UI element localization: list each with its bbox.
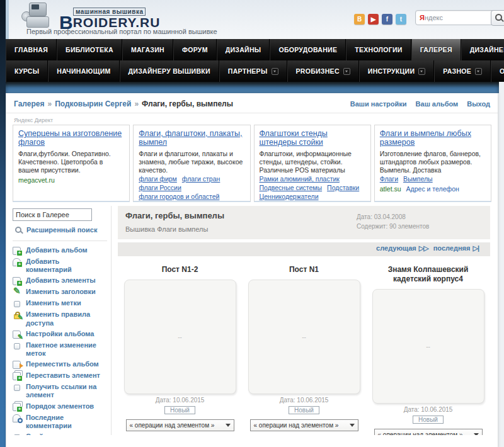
ad-domain[interactable]: megacvet.ru: [18, 176, 55, 184]
nav-item-instructions[interactable]: ИНСТРУКЦИИ: [359, 60, 434, 82]
breadcrumb-author-link[interactable]: Подковырин Сергей: [55, 99, 131, 108]
item-thumbnail[interactable]: [124, 280, 236, 394]
new-badge: Новый: [164, 406, 195, 414]
ad-sublink[interactable]: Рамки алюминий, пластик: [260, 175, 340, 183]
nav-item-equipment[interactable]: ОБОРУДОВАНИЕ: [270, 39, 346, 60]
logo[interactable]: машинная вышивка BROIDERY.RU: [18, 1, 160, 30]
sidebar-action-get-item-links[interactable]: Получить ссылки на элемент: [13, 383, 107, 399]
next-page-icon[interactable]: ▷▷: [419, 244, 428, 252]
last-page-icon[interactable]: ▷|: [472, 244, 479, 252]
dropdown-indicator-icon: [272, 68, 278, 75]
item-title[interactable]: Знамя Колпашевский кадетский корпус4: [378, 265, 479, 284]
sidebar-action-edit-access-rules[interactable]: Изменить правила доступа: [13, 310, 107, 327]
nav-item-embroidery-designer[interactable]: ДИЗАЙНЕРУ ВЫШИВКИ: [120, 60, 219, 82]
site-header: машинная вышивка BROIDERY.RU Первый проф…: [9, 0, 504, 39]
ad-block-3: Флагштоки стенды штендеры стойки Флагшто…: [254, 125, 371, 202]
pagination-next-link[interactable]: следующая: [376, 244, 416, 252]
your-settings-link[interactable]: Ваши настройки: [350, 100, 407, 108]
item-operations-select[interactable]: « операции над элементом »: [250, 419, 358, 431]
slideshow-icon: [13, 433, 23, 435]
nav-item-about[interactable]: О НАС: [491, 60, 504, 82]
sidebar-action-add-comment[interactable]: Добавить комментарий: [13, 257, 107, 274]
breadcrumb-gallery-link[interactable]: Галерея: [14, 99, 44, 108]
nav-item-courses[interactable]: КУРСЫ: [6, 60, 48, 82]
sidebar-action-recent-comments[interactable]: Последние комментарии: [13, 414, 107, 430]
gallery-item: Пост N1 Дата: 10.06.2015 Новый « операци…: [242, 265, 366, 435]
blogger-icon[interactable]: B: [354, 14, 365, 25]
ad-domain[interactable]: atlet.su: [380, 185, 401, 193]
main-nav: ГЛАВНАЯ БИБЛИОТЕКА МАГАЗИН ФОРУМ ДИЗАЙНЫ…: [6, 39, 499, 82]
nav-item-forum[interactable]: ФОРУМ: [173, 39, 217, 60]
ad-block-2: Флаги, флагштоки, плакаты, вымпел Флаги …: [133, 125, 250, 202]
nav-item-beginners[interactable]: НАЧИНАЮЩИМ: [48, 60, 119, 82]
album-count: Содержит: 90 элементов: [357, 222, 483, 231]
sidebar-action-move-album[interactable]: Переместить альбом: [13, 360, 107, 369]
sidebar-action-rearrange-item[interactable]: Переставить элемент: [13, 371, 107, 380]
sidebar-action-album-settings[interactable]: Настройки альбома: [13, 330, 107, 339]
nav-item-partners[interactable]: ПАРТНЕРЫ: [219, 60, 287, 82]
edit-titles-icon: [13, 288, 23, 297]
nav-row-2: КУРСЫ НАЧИНАЮЩИМ ДИЗАЙНЕРУ ВЫШИВКИ ПАРТН…: [6, 60, 499, 82]
search-button[interactable]: [491, 10, 504, 26]
page: машинная вышивка BROIDERY.RU Первый проф…: [0, 0, 504, 447]
ad-sublink[interactable]: флаги России: [139, 184, 181, 191]
ad-sublink[interactable]: флаги стран: [182, 175, 220, 183]
ad-sublink[interactable]: Вымпелы: [403, 175, 433, 183]
nav-item-library[interactable]: БИБЛИОТЕКА: [57, 39, 122, 60]
breadcrumb-current: Флаги, гербы, вымпелы: [142, 99, 233, 108]
sidebar-action-add-items[interactable]: Добавить элементы: [13, 276, 107, 285]
item-thumbnail[interactable]: [372, 289, 484, 404]
ad-sublink[interactable]: Подставки: [327, 184, 359, 191]
ad-body: Флагштоки, информационные стенды, штенде…: [260, 150, 365, 174]
item-title[interactable]: Пост N1-2: [130, 265, 231, 274]
breadcrumb-bar: Галерея»Подковырин Сергей»Флаги, гербы, …: [6, 94, 498, 113]
ad-sublink[interactable]: Подвесные системы: [260, 184, 323, 191]
youtube-icon[interactable]: ▶: [368, 14, 379, 25]
ad-sublink[interactable]: флаги фирм: [139, 175, 177, 183]
ad-sublink[interactable]: Ценникодержатели: [260, 193, 319, 200]
sidebar-action-slideshow[interactable]: Слайд-шоу: [13, 433, 107, 435]
edit-tags-icon: [13, 299, 23, 308]
ad-title-link[interactable]: Флагштоки стенды штендеры стойки: [260, 129, 365, 147]
ad-sublink[interactable]: Флаги: [380, 175, 398, 183]
nav-item-probusiness[interactable]: PROБИЗНЕС: [287, 60, 359, 82]
advanced-search-link[interactable]: Расширенный поиск: [14, 225, 107, 234]
facebook-icon[interactable]: f: [382, 14, 392, 25]
sidebar-action-batch-tag-edit[interactable]: Пакетное изменение меток: [13, 341, 107, 358]
item-thumbnail[interactable]: [248, 280, 360, 394]
twitter-icon[interactable]: t: [396, 14, 406, 25]
pagination-last-link[interactable]: последняя: [433, 244, 471, 252]
item-operations-select[interactable]: « операции над элементом »: [126, 419, 234, 431]
nav-item-designs[interactable]: ДИЗАЙНЫ: [217, 39, 270, 60]
ad-body: Флаги,футболки. Оперативно. Качественно.…: [18, 150, 124, 174]
nav-item-shop[interactable]: МАГАЗИН: [122, 39, 173, 60]
ad-sublink[interactable]: флаги городов и областей: [139, 193, 219, 200]
nav-item-gallery-active[interactable]: ГАЛЕРЕЯ: [411, 39, 461, 60]
nav-item-home[interactable]: ГЛАВНАЯ: [6, 39, 57, 60]
user-links: Ваши настройки Ваш альбом Выход: [350, 100, 490, 108]
sidebar-action-edit-tags[interactable]: Изменить метки: [13, 299, 107, 308]
ad-title-link[interactable]: Флаги, флагштоки, плакаты, вымпел: [139, 129, 244, 147]
batch-tags-icon: [13, 341, 23, 350]
item-title[interactable]: Пост N1: [254, 265, 355, 274]
your-album-link[interactable]: Ваш альбом: [416, 100, 459, 108]
sidebar-action-add-album[interactable]: Добавить альбом: [13, 246, 107, 255]
new-badge: Новый: [289, 406, 319, 414]
logout-link[interactable]: Выход: [467, 100, 490, 108]
ad-body: Изготовление флагов, баннеров, штандарто…: [380, 150, 486, 174]
dropdown-indicator-icon: [475, 68, 482, 75]
dropdown-indicator-icon: [343, 68, 350, 75]
ad-contact-link[interactable]: Адрес и телефон: [406, 185, 459, 193]
nav-item-technologies[interactable]: ТЕХНОЛОГИИ: [346, 39, 411, 60]
yandex-search-input[interactable]: Яндекс: [415, 10, 495, 25]
ad-title-link[interactable]: Суперцены на изготовление флагов: [18, 129, 124, 147]
nav-item-designers[interactable]: ДИЗАЙНЕРЫ: [461, 39, 504, 60]
sewing-machine-logo-icon: [18, 1, 57, 30]
rearrange-item-icon: [13, 371, 23, 380]
sidebar-action-item-order[interactable]: Порядок элементов: [13, 402, 107, 411]
item-operations-select[interactable]: « операции над элементом »: [374, 429, 483, 435]
ad-title-link[interactable]: Флаги и вымпелы любых размеров: [380, 129, 486, 147]
sidebar-action-edit-titles[interactable]: Изменить заголовки: [13, 288, 107, 297]
gallery-search-input[interactable]: [13, 208, 92, 221]
nav-item-misc[interactable]: РАЗНОЕ: [434, 60, 491, 82]
